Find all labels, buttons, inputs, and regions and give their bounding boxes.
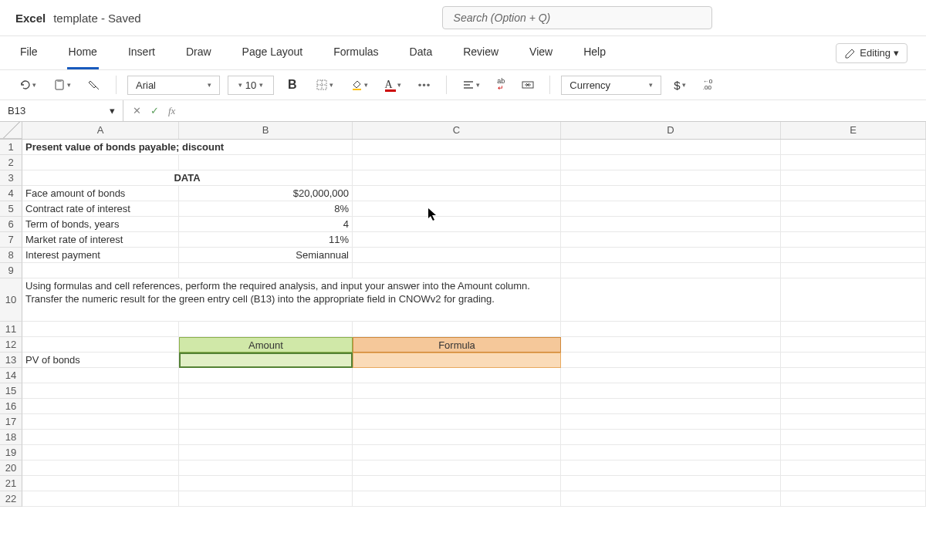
cell[interactable]	[353, 383, 561, 399]
undo-button[interactable]: ▾	[14, 76, 41, 94]
name-box[interactable]: B13 ▾	[0, 100, 123, 121]
cell[interactable]	[179, 430, 353, 445]
cell-D3[interactable]	[561, 170, 781, 186]
cell-D10[interactable]	[561, 278, 781, 322]
cell-B13-active[interactable]	[179, 353, 353, 368]
tab-insert[interactable]: Insert	[127, 36, 157, 69]
cell-A6[interactable]: Term of bonds, years	[22, 217, 179, 232]
cell[interactable]	[179, 414, 353, 430]
cell-B11[interactable]	[179, 322, 353, 337]
cell-B7[interactable]: 11%	[179, 232, 353, 248]
row-header[interactable]: 16	[0, 399, 22, 414]
col-header-C[interactable]: C	[353, 122, 561, 139]
row-header[interactable]: 4	[0, 186, 22, 201]
cell-A4[interactable]: Face amount of bonds	[22, 186, 179, 201]
cell-C13[interactable]	[353, 353, 561, 368]
cell-A7[interactable]: Market rate of interest	[22, 232, 179, 248]
cell[interactable]	[561, 476, 781, 491]
cell[interactable]	[561, 460, 781, 476]
tab-data[interactable]: Data	[408, 36, 434, 69]
cell-D12[interactable]	[561, 337, 781, 353]
cell-E10[interactable]	[781, 278, 926, 322]
cell-A3[interactable]: DATA	[22, 170, 353, 186]
cell-A2[interactable]	[22, 155, 179, 170]
cell-C6[interactable]	[353, 217, 561, 232]
cell[interactable]	[781, 460, 926, 476]
row-header[interactable]: 3	[0, 170, 22, 186]
cell-C2[interactable]	[353, 155, 561, 170]
cell-D14[interactable]	[561, 368, 781, 383]
row-header[interactable]: 11	[0, 322, 22, 337]
select-all-corner[interactable]	[0, 122, 22, 139]
cell[interactable]	[22, 414, 179, 430]
cell[interactable]	[561, 383, 781, 399]
cell-E8[interactable]	[781, 248, 926, 263]
row-header[interactable]: 15	[0, 383, 22, 399]
borders-button[interactable]: ▾	[311, 76, 338, 94]
cell[interactable]	[353, 460, 561, 476]
cell[interactable]	[179, 476, 353, 491]
cell-E9[interactable]	[781, 263, 926, 278]
more-font-button[interactable]: •••	[414, 76, 436, 94]
cell[interactable]	[179, 383, 353, 399]
editing-mode-button[interactable]: Editing ▾	[836, 43, 907, 63]
tab-help[interactable]: Help	[582, 36, 607, 69]
accounting-format-button[interactable]: $ ▾	[669, 76, 690, 95]
cell-D13[interactable]	[561, 353, 781, 368]
cell-C3[interactable]	[353, 170, 561, 186]
cell[interactable]	[22, 491, 179, 507]
cell-B2[interactable]	[179, 155, 353, 170]
cell-D4[interactable]	[561, 186, 781, 201]
cell-B12[interactable]: Amount	[179, 337, 353, 353]
font-size-selector[interactable]: ▾ 10 ▾	[228, 76, 274, 95]
cell-D1[interactable]	[561, 140, 781, 155]
cell[interactable]	[781, 399, 926, 414]
cell[interactable]	[179, 491, 353, 507]
cell[interactable]	[353, 476, 561, 491]
cell-E13[interactable]	[781, 353, 926, 368]
cell[interactable]	[179, 460, 353, 476]
row-header[interactable]: 8	[0, 248, 22, 263]
tab-review[interactable]: Review	[461, 36, 500, 69]
cell-D11[interactable]	[561, 322, 781, 337]
cell-E5[interactable]	[781, 201, 926, 217]
cell-A9[interactable]	[22, 263, 179, 278]
cell-E3[interactable]	[781, 170, 926, 186]
cell-A12[interactable]	[22, 337, 179, 353]
cell-D7[interactable]	[561, 232, 781, 248]
row-header[interactable]: 18	[0, 430, 22, 445]
row-header[interactable]: 21	[0, 476, 22, 491]
row-header[interactable]: 12	[0, 337, 22, 353]
col-header-A[interactable]: A	[22, 122, 179, 139]
cell-E2[interactable]	[781, 155, 926, 170]
cell[interactable]	[781, 491, 926, 507]
cell[interactable]	[561, 399, 781, 414]
cell-E7[interactable]	[781, 232, 926, 248]
cell[interactable]	[353, 491, 561, 507]
cell-D9[interactable]	[561, 263, 781, 278]
cell[interactable]	[561, 445, 781, 460]
cell-C9[interactable]	[353, 263, 561, 278]
cell-C5[interactable]	[353, 201, 561, 217]
cell[interactable]	[561, 414, 781, 430]
row-header[interactable]: 10	[0, 278, 22, 322]
cell[interactable]	[353, 430, 561, 445]
row-header[interactable]: 22	[0, 491, 22, 507]
row-header[interactable]: 13	[0, 353, 22, 368]
cell-B14[interactable]	[179, 368, 353, 383]
fill-color-button[interactable]: ▾	[346, 76, 373, 94]
cell-A11[interactable]	[22, 322, 179, 337]
cell-A13[interactable]: PV of bonds	[22, 353, 179, 368]
row-header[interactable]: 5	[0, 201, 22, 217]
search-box[interactable]: Search (Option + Q)	[442, 6, 712, 29]
cell-D5[interactable]	[561, 201, 781, 217]
cell-C7[interactable]	[353, 232, 561, 248]
col-header-B[interactable]: B	[179, 122, 353, 139]
cell-B5[interactable]: 8%	[179, 201, 353, 217]
tab-file[interactable]: File	[19, 36, 39, 69]
tab-home[interactable]: Home	[67, 36, 99, 69]
cell-A10[interactable]: Using formulas and cell references, perf…	[22, 278, 561, 322]
cell-D8[interactable]	[561, 248, 781, 263]
font-color-button[interactable]: A ▾	[380, 76, 406, 95]
cell-B4[interactable]: $20,000,000	[179, 186, 353, 201]
